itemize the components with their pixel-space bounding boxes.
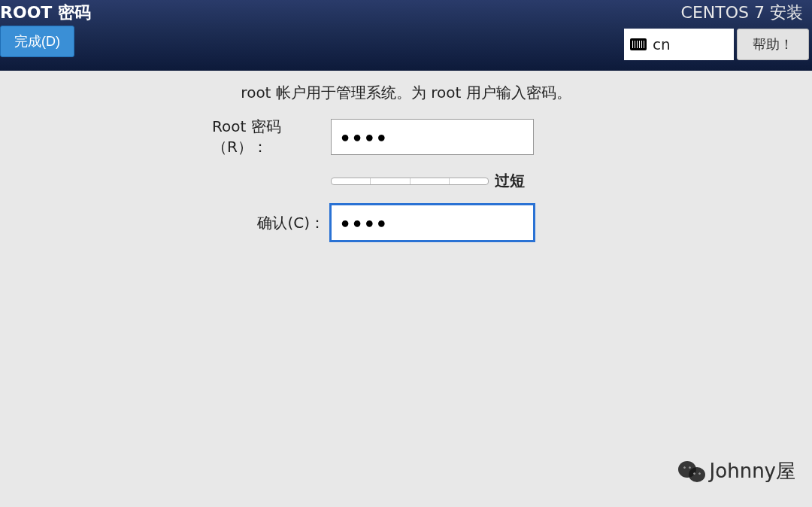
- watermark: Johnny屋: [678, 458, 795, 484]
- done-button[interactable]: 完成(D): [0, 26, 74, 57]
- watermark-text: Johnny屋: [710, 458, 795, 484]
- password-strength-meter: [331, 178, 489, 185]
- help-button[interactable]: 帮助！: [737, 29, 809, 60]
- keyboard-layout-label: cn: [653, 35, 671, 53]
- root-password-input[interactable]: [331, 119, 534, 155]
- root-password-form: Root 密码（R）： 过短 确认(C)：: [212, 117, 600, 241]
- keyboard-icon: [630, 38, 647, 50]
- confirm-label: 确认(C)：: [257, 213, 325, 233]
- content-area: root 帐户用于管理系统。为 root 用户输入密码。 Root 密码（R）：…: [0, 71, 812, 241]
- password-strength-label: 过短: [495, 171, 525, 191]
- password-label: Root 密码（R）：: [212, 117, 325, 157]
- instruction-text: root 帐户用于管理系统。为 root 用户输入密码。: [0, 83, 812, 103]
- confirm-password-input[interactable]: [331, 205, 534, 241]
- wechat-icon: [678, 461, 705, 482]
- installer-title: CENTOS 7 安装: [681, 2, 803, 24]
- keyboard-layout-selector[interactable]: cn: [624, 29, 734, 60]
- page-title: ROOT 密码: [0, 2, 91, 24]
- header-bar: ROOT 密码 CENTOS 7 安装 完成(D) cn 帮助！: [0, 0, 812, 71]
